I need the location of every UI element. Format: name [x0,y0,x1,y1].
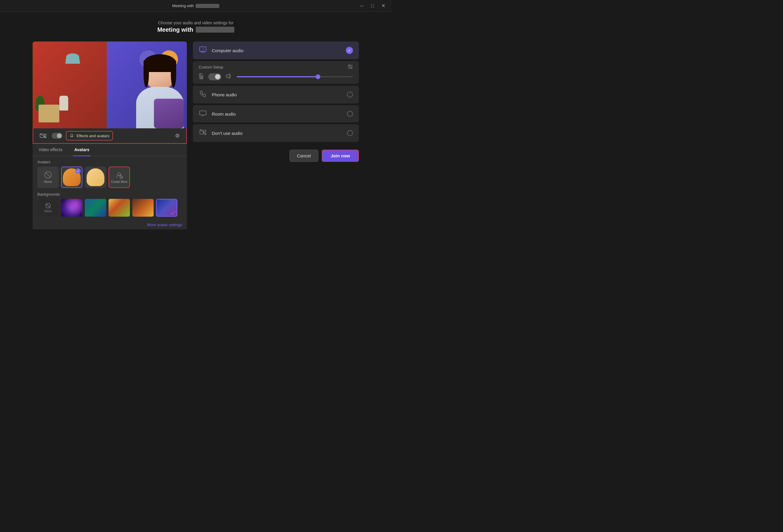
no-audio-option[interactable]: Don't use audio [193,124,359,142]
none-thumb-content: None [44,171,52,184]
custom-setup-icon[interactable] [348,65,353,70]
avatar-hair-left [144,61,149,88]
custom-setup-panel: Custom Setup [193,61,359,84]
room-audio-option[interactable]: Room audio [193,105,359,123]
bg-colorful[interactable] [108,199,130,217]
svg-point-18 [351,68,352,69]
avatar-1-thumb[interactable]: ✓ [61,167,83,188]
settings-gear-button[interactable]: ⚙ [173,131,182,140]
meeting-name-blurred [196,27,234,33]
title-bar: Meeting with ─ □ ✕ [0,0,392,12]
svg-line-4 [45,172,51,177]
avatar-figure [127,51,187,128]
main-columns: Effects and avatars ⚙ Video effects Avat… [33,41,359,229]
avatar-none-thumb[interactable]: None [37,167,59,188]
title-blurred-text [195,4,219,8]
no-audio-radio [347,130,353,136]
svg-rect-24 [199,111,206,115]
backgrounds-grid: None [37,199,182,217]
more-avatar-settings-link[interactable]: More avatar settings [33,220,187,229]
subtitle-text: Choose your audio and video settings for [158,21,234,25]
bg-purple-galaxy[interactable] [61,199,83,217]
volume-icon [226,73,232,80]
room-audio-radio [347,111,353,117]
join-now-button[interactable]: Join now [322,150,359,162]
room-audio-label: Room audio [212,111,342,117]
minimize-button[interactable]: ─ [358,2,366,9]
no-audio-label: Don't use audio [212,131,342,136]
avatar-2-preview [87,168,104,186]
meeting-title: Meeting with [157,26,234,33]
avatar-grid: None ✓ [37,167,182,188]
volume-thumb [316,74,320,79]
phone-audio-label: Phone audio [212,92,342,97]
volume-track-filled [237,76,318,77]
custom-setup-controls [199,73,353,80]
computer-audio-check: ✓ [346,47,353,54]
custom-setup-label: Custom Setup [199,65,223,69]
video-left-scene [33,41,107,128]
phone-audio-icon [199,90,207,99]
phone-audio-radio [347,92,353,98]
svg-line-10 [46,204,50,208]
statue [59,96,68,110]
computer-audio-icon [199,46,207,55]
tab-video-effects[interactable]: Video effects [37,144,63,156]
computer-audio-option[interactable]: Computer audio ✓ [193,41,359,59]
left-panel: Effects and avatars ⚙ Video effects Avat… [33,41,187,229]
wall-lamp [65,53,80,68]
window-title: Meeting with [172,4,219,8]
bg-ocean[interactable] [85,199,106,217]
svg-point-17 [349,65,350,66]
custom-setup-header: Custom Setup [199,65,353,70]
svg-rect-0 [40,134,44,137]
cancel-button[interactable]: Cancel [289,150,318,162]
avatar-body [136,87,184,128]
video-preview [33,41,187,128]
drawer [38,105,59,123]
action-buttons: Cancel Join now [193,150,359,162]
avatar-shirt [154,99,184,128]
window-controls: ─ □ ✕ [358,2,387,9]
avatars-section: Avatars None ✓ [33,156,187,220]
effects-avatars-button[interactable]: Effects and avatars [66,131,113,140]
tabs-bar: Video effects Avatars [33,144,187,156]
tab-avatars[interactable]: Avatars [73,144,90,156]
bg-purple-room[interactable] [156,199,177,217]
lamp-shade [65,53,80,64]
camera-toggle[interactable] [52,133,62,139]
mic-toggle[interactable] [208,73,221,80]
mic-toggle-knob [215,74,220,79]
effects-label: Effects and avatars [76,134,109,138]
create-more-content: Create More [111,171,128,184]
volume-slider[interactable] [237,76,353,77]
no-audio-icon [199,129,207,137]
video-controls-bar: Effects and avatars ⚙ [33,128,187,144]
selected-check: ✓ [75,168,81,174]
right-panel: Computer audio ✓ Custom Setup [193,41,359,162]
title-text: Meeting with [172,4,194,8]
mic-off-icon [199,73,203,80]
restore-button[interactable]: □ [369,2,376,9]
bg-none[interactable]: None [37,199,59,217]
computer-audio-label: Computer audio [212,48,341,53]
avatar-hair-right [171,61,176,88]
video-right-scene [107,41,187,128]
camera-off-button[interactable] [38,132,48,140]
create-more-thumb[interactable]: Create More [108,167,130,188]
svg-marker-23 [226,74,229,78]
video-background [33,41,187,128]
avatar-2-thumb[interactable] [85,167,106,188]
backgrounds-heading: Backgrounds [37,192,182,197]
phone-audio-option[interactable]: Phone audio [193,86,359,103]
bg-warm[interactable] [132,199,154,217]
avatars-heading: Avatars [37,160,182,164]
meeting-info-area: Choose your audio and video settings for… [0,12,392,41]
room-audio-icon [199,110,207,118]
close-button[interactable]: ✕ [380,2,387,9]
